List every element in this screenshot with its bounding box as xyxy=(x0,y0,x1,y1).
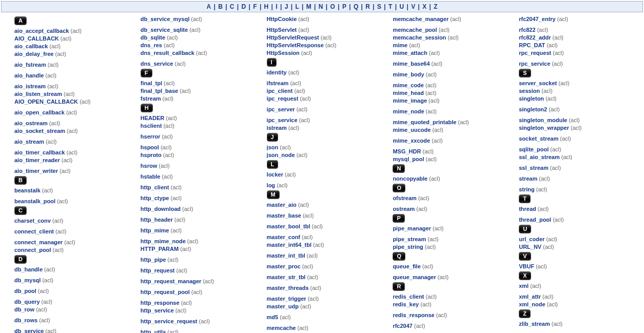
class-link[interactable]: aio_timer_callback xyxy=(14,149,65,155)
class-link[interactable]: queue_manager xyxy=(393,274,436,280)
class-link[interactable]: HttpServletRequest xyxy=(267,34,319,41)
class-link[interactable]: master_int64_tbl xyxy=(267,242,311,248)
class-link[interactable]: beanstalk xyxy=(14,187,41,193)
class-link[interactable]: stream xyxy=(519,175,537,182)
class-link[interactable]: VBUF xyxy=(519,263,534,269)
nav-letter-z[interactable]: Z xyxy=(434,3,437,10)
nav-letter-u[interactable]: U xyxy=(399,3,404,10)
class-link[interactable]: db_pool xyxy=(14,288,36,294)
class-link[interactable]: aio_delay_free xyxy=(14,51,53,57)
nav-letter-j[interactable]: J xyxy=(285,3,288,10)
nav-letter-a[interactable]: A xyxy=(206,3,211,10)
class-link[interactable]: memcache_session xyxy=(393,34,446,41)
class-link[interactable]: ofstream xyxy=(393,195,416,201)
class-link[interactable]: mysql_pool xyxy=(393,156,424,162)
class-link[interactable]: master_bool_tbl xyxy=(267,223,310,229)
class-link[interactable]: ifstream xyxy=(267,80,289,86)
class-link[interactable]: db_service_sqlite xyxy=(141,27,188,33)
class-link[interactable]: hspool xyxy=(141,144,159,150)
class-link[interactable]: master_str_tbl xyxy=(267,274,306,280)
class-link[interactable]: aio_istream xyxy=(14,83,46,89)
class-link[interactable]: server_socket xyxy=(519,80,557,86)
class-link[interactable]: RPC_DAT xyxy=(519,42,545,48)
class-link[interactable]: hsclient xyxy=(141,123,162,129)
nav-letter-x[interactable]: X xyxy=(422,3,426,10)
nav-letter-v[interactable]: V xyxy=(411,3,415,10)
class-link[interactable]: ssl_aio_stream xyxy=(519,154,560,160)
class-link[interactable]: ipc_client xyxy=(267,88,293,94)
class-link[interactable]: HttpSession xyxy=(267,50,300,56)
class-link[interactable]: sqlite_pool xyxy=(519,146,549,152)
class-link[interactable]: db_query xyxy=(14,299,40,305)
class-link[interactable]: connect_pool xyxy=(14,247,51,253)
class-link[interactable]: ssl_stream xyxy=(519,165,549,171)
class-link[interactable]: mime_xxcode xyxy=(393,138,430,144)
nav-letter-r[interactable]: R xyxy=(365,3,370,10)
class-link[interactable]: http_pipe xyxy=(141,257,166,263)
class-link[interactable]: thread xyxy=(519,206,536,212)
nav-letter-h[interactable]: H xyxy=(264,3,269,10)
class-link[interactable]: aio_ostream xyxy=(14,120,48,126)
class-link[interactable]: db_sqlite xyxy=(141,34,165,41)
class-link[interactable]: mime_body xyxy=(393,71,424,77)
class-link[interactable]: db_handle xyxy=(14,266,43,272)
class-link[interactable]: http_utils xyxy=(141,329,166,333)
class-link[interactable]: mime_quoted_printable xyxy=(393,119,456,125)
class-link[interactable]: rfc822_addr xyxy=(519,34,551,41)
class-link[interactable]: http_response xyxy=(141,300,180,306)
nav-letter-o[interactable]: O xyxy=(330,3,335,10)
class-link[interactable]: URL_NV xyxy=(519,244,541,250)
class-link[interactable]: http_request_manager xyxy=(141,278,202,284)
nav-letter-p[interactable]: P xyxy=(342,3,346,10)
class-link[interactable]: pipe_stream xyxy=(393,236,426,242)
class-link[interactable]: MSG_HDR xyxy=(393,148,421,154)
class-link[interactable]: identity xyxy=(267,69,287,75)
class-link[interactable]: zlib_stream xyxy=(519,321,550,327)
class-link[interactable]: mime_head xyxy=(393,90,424,96)
class-link[interactable]: redis_response xyxy=(393,312,434,318)
class-link[interactable]: aio_handle xyxy=(14,72,44,79)
class-link[interactable]: db_mysql xyxy=(14,277,41,283)
class-link[interactable]: ipc_server xyxy=(267,106,295,112)
class-link[interactable]: dns_service xyxy=(141,61,173,67)
class-link[interactable]: memcache xyxy=(267,325,296,331)
class-link[interactable]: AIO_CALLBACK xyxy=(14,35,59,42)
class-link[interactable]: singleton_module xyxy=(519,117,567,123)
class-link[interactable]: redis_key xyxy=(393,301,419,307)
class-link[interactable]: string xyxy=(519,186,535,192)
class-link[interactable]: rpc_request xyxy=(519,50,551,56)
class-link[interactable]: ipc_request xyxy=(267,95,299,102)
class-link[interactable]: http_ctype xyxy=(141,195,169,201)
class-link[interactable]: md5 xyxy=(267,314,279,320)
class-link[interactable]: mime_node xyxy=(393,108,424,114)
class-link[interactable]: HttpServlet xyxy=(267,27,297,33)
class-link[interactable]: singleton2 xyxy=(519,106,547,112)
class-link[interactable]: master_udp xyxy=(267,303,299,309)
class-link[interactable]: aio_listen_stream xyxy=(14,91,62,97)
class-link[interactable]: memcache_pool xyxy=(393,27,437,33)
class-link[interactable]: rfc2047_entry xyxy=(519,16,556,22)
class-link[interactable]: http_download xyxy=(141,206,181,212)
class-link[interactable]: mime_uucode xyxy=(393,127,431,133)
class-link[interactable]: http_service xyxy=(141,307,174,314)
class-link[interactable]: aio_open_callback xyxy=(14,109,65,115)
class-link[interactable]: charset_conv xyxy=(14,218,51,224)
class-link[interactable]: xml xyxy=(519,283,529,289)
class-link[interactable]: http_request_pool xyxy=(141,289,190,295)
class-link[interactable]: master_proc xyxy=(267,263,301,269)
class-link[interactable]: beanstalk_pool xyxy=(14,198,55,204)
nav-letter-c[interactable]: C xyxy=(230,3,235,10)
class-link[interactable]: rfc2047 xyxy=(393,323,413,329)
class-link[interactable]: final_tpl_base xyxy=(141,88,178,94)
class-link[interactable]: master_threads xyxy=(267,285,309,291)
class-link[interactable]: mime_attach xyxy=(393,50,427,56)
class-link[interactable]: db_row xyxy=(14,306,34,312)
class-link[interactable]: dns_result_callback xyxy=(141,50,194,56)
class-link[interactable]: HTTP_PARAM xyxy=(141,246,179,252)
class-link[interactable]: http_request xyxy=(141,267,175,273)
class-link[interactable]: istream xyxy=(267,125,287,131)
nav-letter-d[interactable]: D xyxy=(242,3,246,10)
class-link[interactable]: log xyxy=(267,182,276,188)
class-link[interactable]: ipc_service xyxy=(267,117,298,123)
class-link[interactable]: rpc_service xyxy=(519,61,550,67)
